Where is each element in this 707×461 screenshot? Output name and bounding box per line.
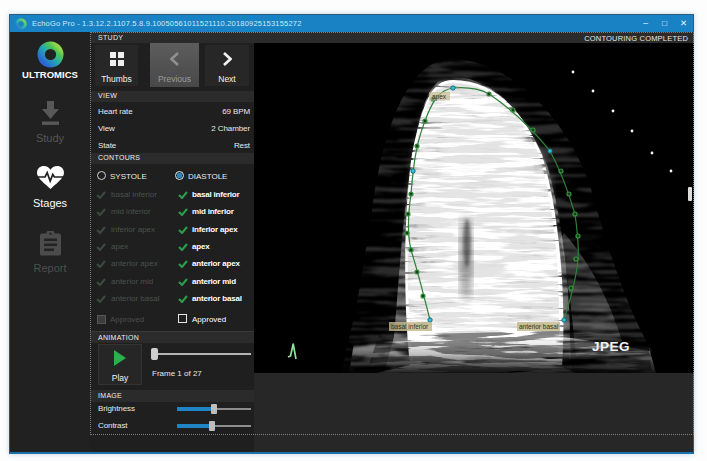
svg-text:JPEG: JPEG [592,339,630,354]
svg-text:anterior basal: anterior basal [519,323,559,330]
svg-text:basal inferior: basal inferior [391,323,429,330]
svg-text:apex: apex [432,93,447,101]
